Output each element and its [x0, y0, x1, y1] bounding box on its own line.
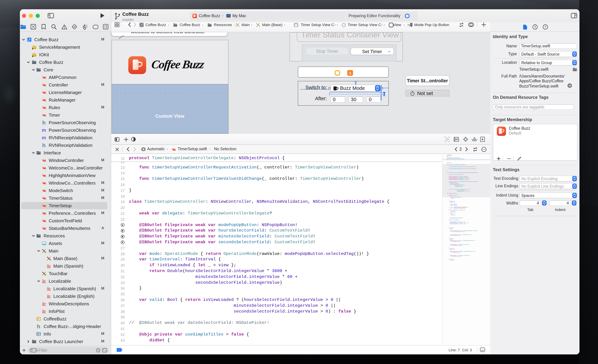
- svg-text:xy: xy: [407, 23, 410, 26]
- svg-text:?: ?: [544, 25, 546, 29]
- svg-text:1: 1: [349, 71, 351, 75]
